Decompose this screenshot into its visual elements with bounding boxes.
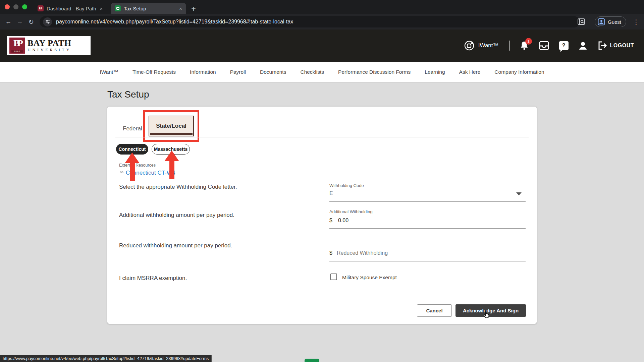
tab-title: Tax Setup	[124, 6, 176, 11]
military-spouse-exempt-label: Military Spouse Exempt	[342, 275, 397, 281]
toolbar-right: Guest ⋮	[578, 14, 641, 29]
additional-withholding-input[interactable]: 0.00	[338, 218, 348, 224]
logout-icon	[597, 41, 607, 50]
nav-item-performance-discussion-forms[interactable]: Performance Discussion Forms	[338, 69, 411, 75]
browser-menu-icon[interactable]: ⋮	[631, 18, 641, 26]
additional-withholding-field-label: Additional Withholding	[329, 209, 373, 214]
nav-item-payroll[interactable]: Payroll	[230, 69, 246, 75]
nav-item-company-information[interactable]: Company Information	[494, 69, 544, 75]
iwant-icon	[464, 40, 475, 51]
header-separator	[509, 41, 509, 51]
browser-toolbar: ← → ↻ paycomonline.net/v4/ee/web.php/pay…	[0, 14, 644, 29]
nav-item-learning[interactable]: Learning	[425, 69, 445, 75]
reduced-withholding-input[interactable]: Reduced Withholding	[337, 250, 388, 256]
msrra-question: I claim MSRRA exemption.	[119, 275, 320, 282]
nav-item-iwant[interactable]: IWant™	[100, 69, 118, 75]
nav-item-documents[interactable]: Documents	[260, 69, 286, 75]
close-window-button[interactable]	[5, 4, 10, 9]
minimize-window-button[interactable]	[13, 4, 18, 9]
page-title: Tax Setup	[107, 89, 149, 100]
cancel-button[interactable]: Cancel	[417, 304, 452, 317]
paycom-green-logo-peek	[305, 359, 319, 362]
logout-label: LOGOUT	[610, 43, 634, 49]
iwant-label: IWant™	[478, 42, 499, 49]
site-settings-icon[interactable]	[43, 17, 52, 26]
browser-chrome: BP Dashboard - Bay Path Univers × Tax Se…	[0, 0, 644, 29]
annotation-arrow-massachusetts	[164, 150, 179, 179]
baypath-favicon: BP	[38, 5, 44, 11]
tab-federal[interactable]: Federal	[123, 125, 142, 132]
tab-state-local[interactable]: State/Local	[149, 116, 194, 136]
help-button[interactable]: ?	[559, 41, 569, 50]
browser-tab-tax-setup[interactable]: Tax Setup ×	[111, 3, 186, 14]
withholding-code-select[interactable]: E	[329, 190, 333, 196]
annotation-arrow-connecticut	[125, 153, 140, 181]
zoom-window-button[interactable]	[22, 4, 27, 9]
active-tab-indicator	[150, 133, 193, 135]
dollar-prefix: $	[329, 250, 332, 256]
guest-label: Guest	[608, 19, 621, 25]
profile-button[interactable]	[579, 41, 587, 50]
nav-item-time-off-requests[interactable]: Time-Off Requests	[132, 69, 176, 75]
tax-setup-card: Federal State/Local Connecticut Massachu…	[107, 107, 537, 324]
status-bar-url: https://www.paycomonline.net/v4/ee/web.p…	[0, 355, 212, 362]
screen: BP Dashboard - Bay Path Univers × Tax Se…	[0, 0, 644, 362]
reduced-withholding-question: Reduced withholding amount per pay perio…	[119, 242, 320, 249]
toolbar-separator	[590, 18, 590, 26]
military-spouse-exempt-checkbox[interactable]	[330, 274, 337, 280]
tab-title: Dashboard - Bay Path Univers	[47, 6, 97, 11]
guest-avatar-icon	[598, 18, 605, 25]
reload-icon[interactable]: ↻	[25, 18, 37, 26]
baypath-shield-icon: BP 1897	[9, 38, 25, 54]
close-tab-icon[interactable]: ×	[179, 6, 182, 11]
nav-item-checklists[interactable]: Checklists	[300, 69, 324, 75]
chevron-down-icon[interactable]	[516, 192, 522, 195]
new-tab-button[interactable]: +	[191, 4, 196, 13]
window-controls	[5, 4, 27, 9]
nav-item-ask-here[interactable]: Ask Here	[459, 69, 481, 75]
person-icon	[579, 41, 587, 50]
inbox-tray-icon	[539, 41, 549, 50]
iwant-button[interactable]: IWant™	[464, 40, 499, 51]
browser-tab-dashboard[interactable]: BP Dashboard - Bay Path Univers ×	[34, 3, 107, 14]
link-icon	[119, 170, 124, 174]
site-nav: IWant™ Time-Off Requests Information Pay…	[0, 62, 644, 82]
app-header: BP 1897 BAY PATH UNIVERSITY IWant™ 1	[0, 29, 644, 62]
notifications-button[interactable]: 1	[520, 41, 529, 51]
header-actions: IWant™ 1 ? LOGOUT	[464, 29, 634, 62]
forward-icon[interactable]: →	[14, 18, 25, 25]
baypath-logo[interactable]: BP 1897 BAY PATH UNIVERSITY	[7, 36, 91, 55]
inbox-button[interactable]	[539, 41, 549, 50]
withholding-code-question: Select the appropriate Withholding Code …	[119, 184, 320, 190]
additional-withholding-question: Additional withholding amount per pay pe…	[119, 212, 320, 219]
mouse-cursor-icon	[482, 310, 491, 320]
search-tabs-icon[interactable]	[578, 18, 585, 25]
logo-line2: UNIVERSITY	[28, 48, 71, 53]
close-tab-icon[interactable]: ×	[100, 6, 103, 11]
guest-profile-button[interactable]: Guest	[595, 16, 626, 27]
back-icon[interactable]: ←	[3, 18, 14, 25]
address-bar[interactable]: paycomonline.net/v4/ee/web.php/payroll/T…	[40, 16, 580, 27]
logo-line1: BAY PATH	[28, 39, 71, 48]
url-text: paycomonline.net/v4/ee/web.php/payroll/T…	[56, 19, 293, 25]
dollar-prefix: $	[329, 218, 332, 224]
withholding-code-field-label: Withholding Code	[329, 183, 364, 188]
paycom-favicon	[115, 5, 121, 11]
tabs-divider	[115, 137, 529, 137]
nav-item-information[interactable]: Information	[190, 69, 216, 75]
logout-button[interactable]: LOGOUT	[597, 41, 634, 50]
notification-badge: 1	[525, 38, 532, 45]
help-question-icon: ?	[562, 43, 566, 49]
